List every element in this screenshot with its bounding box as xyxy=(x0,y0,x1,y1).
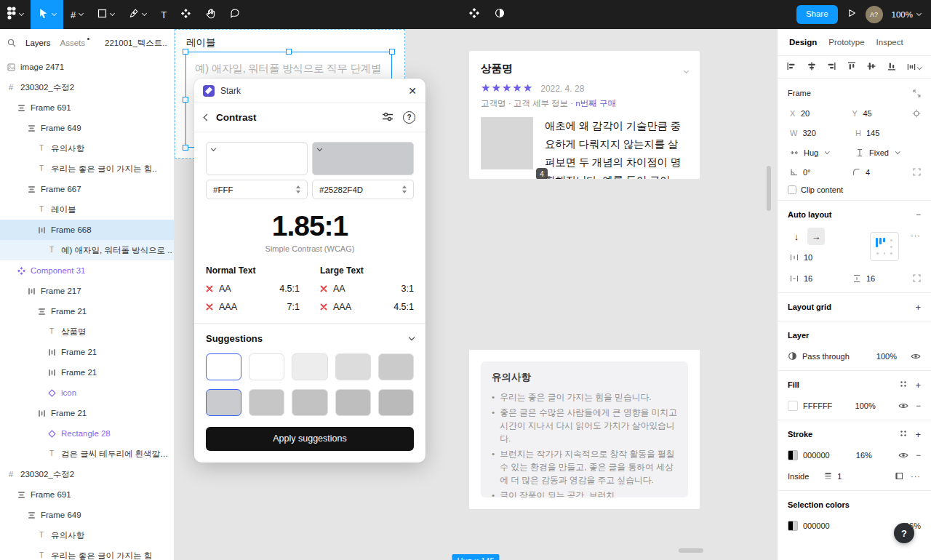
selection-handle[interactable] xyxy=(183,97,188,103)
stroke-more-icon[interactable]: ··· xyxy=(911,472,921,481)
layer-row[interactable]: T상품명 xyxy=(0,321,174,342)
search-icon[interactable] xyxy=(7,39,16,47)
suggestion-swatch[interactable] xyxy=(206,389,241,416)
create-component-icon[interactable] xyxy=(469,8,479,21)
tab-prototype[interactable]: Prototype xyxy=(828,38,864,47)
selection-handle[interactable] xyxy=(286,49,292,55)
layer-row[interactable]: Rectangle 28 xyxy=(0,423,174,444)
resize-to-fit-icon[interactable] xyxy=(913,89,921,97)
x-position-input[interactable]: X20 xyxy=(788,105,846,121)
width-input[interactable]: W320 xyxy=(788,124,849,141)
corner-radius-input[interactable]: 4 xyxy=(850,164,908,180)
background-hex-input[interactable]: #25282F4D xyxy=(312,180,414,199)
layer-row[interactable]: T유의사항 xyxy=(0,525,174,545)
close-icon[interactable]: ✕ xyxy=(408,86,417,96)
layer-row[interactable]: Frame 649 xyxy=(0,505,174,525)
align-bottom-icon[interactable] xyxy=(887,62,896,72)
clip-content-checkbox[interactable] xyxy=(788,185,796,194)
distribute-spacing-icon[interactable] xyxy=(907,63,922,71)
selection-handle[interactable] xyxy=(389,49,395,55)
eye-icon[interactable] xyxy=(898,402,908,409)
frame-preset-dropdown[interactable]: Frame xyxy=(788,89,811,97)
vertical-sizing-dropdown[interactable]: Fixed xyxy=(853,144,914,161)
eye-icon[interactable] xyxy=(898,452,908,459)
align-right-icon[interactable] xyxy=(827,62,836,72)
shape-tool-button[interactable] xyxy=(90,0,121,29)
comment-tool-button[interactable] xyxy=(223,0,247,29)
page-switcher[interactable]: 221001_텍스트... xyxy=(105,38,167,49)
pen-tool-button[interactable] xyxy=(121,0,153,29)
layer-row[interactable]: Frame 21 xyxy=(0,403,174,423)
resources-button[interactable] xyxy=(174,0,198,29)
suggestion-swatch[interactable] xyxy=(335,353,371,380)
suggestion-swatch[interactable] xyxy=(378,353,414,380)
alignment-widget[interactable] xyxy=(870,232,899,261)
selection-handle[interactable] xyxy=(183,49,188,55)
share-button[interactable]: Share xyxy=(796,5,838,24)
layer-row[interactable]: T검은 글씨 테두리에 흰색깔이... xyxy=(0,444,174,464)
foreground-swatch[interactable] xyxy=(206,142,308,175)
add-layout-grid-icon[interactable]: + xyxy=(915,303,921,312)
stark-plugin-dialog[interactable]: Stark ✕ Contrast ? #FFF xyxy=(194,79,425,463)
tab-design[interactable]: Design xyxy=(789,38,817,47)
suggestion-swatch[interactable] xyxy=(378,389,414,416)
layer-row[interactable]: icon xyxy=(0,383,174,403)
stepper-icon[interactable] xyxy=(402,185,407,193)
item-spacing-input[interactable]: 10 xyxy=(788,249,849,265)
fill-color-swatch[interactable] xyxy=(788,401,798,411)
individual-padding-icon[interactable] xyxy=(913,274,921,282)
avatar[interactable]: A? xyxy=(866,6,883,23)
remove-fill-icon[interactable]: − xyxy=(916,401,921,411)
tab-assets[interactable]: Assets xyxy=(60,39,86,47)
layer-row[interactable]: Frame 691 xyxy=(0,484,174,505)
layer-row[interactable]: #230302_수정2 xyxy=(0,77,174,97)
settings-sliders-icon[interactable] xyxy=(382,111,393,124)
vertical-direction-button[interactable]: ↓ xyxy=(788,228,805,245)
text-tool-button[interactable]: T xyxy=(153,0,174,29)
target-icon[interactable] xyxy=(912,109,921,118)
suggestion-swatch[interactable] xyxy=(206,353,241,380)
stepper-icon[interactable] xyxy=(296,185,300,193)
selection-color-swatch[interactable] xyxy=(788,521,798,531)
main-menu-button[interactable] xyxy=(0,0,31,29)
layer-row[interactable]: T레이블 xyxy=(0,199,174,220)
horizontal-sizing-dropdown[interactable]: Hug xyxy=(788,144,849,161)
suggestion-swatch[interactable] xyxy=(249,353,284,380)
horizontal-padding-input[interactable]: 16 xyxy=(788,270,846,287)
layer-row[interactable]: Frame 217 xyxy=(0,281,174,301)
layer-row[interactable]: T예) 애자일, 워터폴 방식으로 .. xyxy=(0,240,174,260)
help-icon[interactable]: ? xyxy=(403,111,415,124)
align-vertical-center-icon[interactable] xyxy=(867,62,876,72)
add-fill-icon[interactable]: + xyxy=(915,380,921,390)
add-stroke-icon[interactable]: + xyxy=(915,430,921,439)
horizontal-scrollbar[interactable] xyxy=(679,548,703,553)
zoom-menu[interactable]: 100% xyxy=(892,10,921,19)
selection-handle[interactable] xyxy=(183,145,188,151)
back-chevron-icon[interactable] xyxy=(204,114,211,121)
suggestion-swatch[interactable] xyxy=(292,389,327,416)
tab-layers[interactable]: Layers xyxy=(25,39,51,47)
stroke-color-swatch[interactable] xyxy=(788,450,798,460)
suggestion-swatch[interactable] xyxy=(249,389,284,416)
apply-suggestions-button[interactable]: Apply suggestions xyxy=(206,427,414,451)
foreground-hex-input[interactable]: #FFF xyxy=(206,180,308,199)
independent-corners-icon[interactable] xyxy=(913,168,921,176)
layer-row[interactable]: Component 31 xyxy=(0,260,174,281)
rotation-input[interactable]: 0° xyxy=(788,164,846,180)
frame-tool-button[interactable]: # xyxy=(63,0,90,29)
layer-row[interactable]: Frame 21 xyxy=(0,342,174,362)
fill-hex-input[interactable]: FFFFFF xyxy=(803,401,832,410)
chevron-down-icon[interactable] xyxy=(409,335,415,340)
layer-row[interactable]: T우리는 좋은 글이 가지는 힘 xyxy=(0,545,174,560)
fill-opacity-input[interactable]: 100% xyxy=(855,401,876,410)
layer-row[interactable]: Frame 668 xyxy=(0,220,174,240)
eye-icon[interactable] xyxy=(911,353,921,360)
layer-row[interactable]: image 2471 xyxy=(0,57,174,77)
stroke-weight-input[interactable]: 1 xyxy=(837,472,842,481)
horizontal-direction-button[interactable]: → xyxy=(807,228,825,245)
review-card[interactable]: 상품명 ★★★★★ 2022. 4. 28 고객명 · 고객 세부 정보 · n… xyxy=(469,51,700,179)
styles-icon[interactable] xyxy=(900,380,907,389)
align-horizontal-center-icon[interactable] xyxy=(807,62,816,72)
help-button[interactable]: ? xyxy=(894,523,914,543)
suggestion-swatch[interactable] xyxy=(335,389,371,416)
